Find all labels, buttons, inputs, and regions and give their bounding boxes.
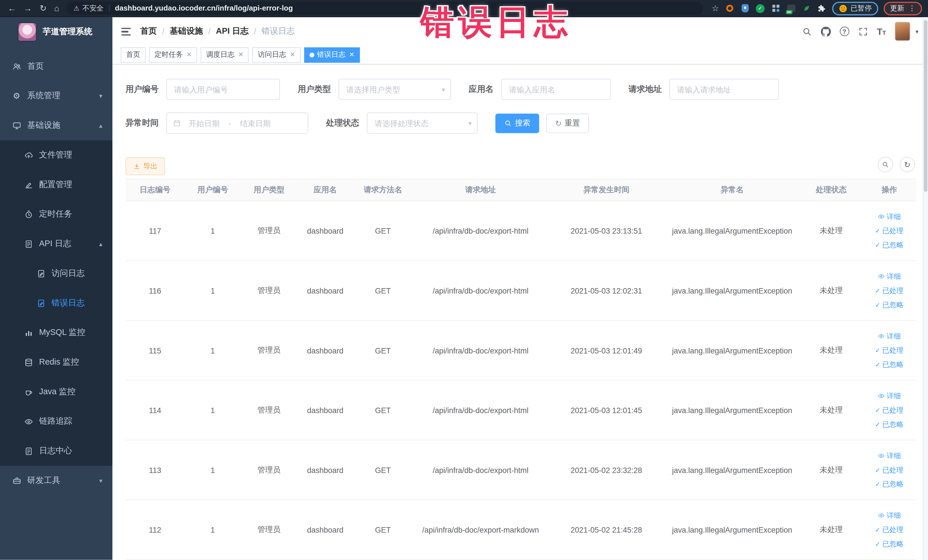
user-id-input[interactable]: [166, 79, 280, 100]
mark-processed-link[interactable]: ✓已处理: [875, 405, 904, 415]
sidebar-item-mysql-monitor[interactable]: MySQL 监控: [0, 318, 112, 348]
github-icon[interactable]: [821, 26, 831, 37]
export-button[interactable]: 导出: [125, 157, 165, 175]
tab-error-log[interactable]: 错误日志✕: [304, 47, 360, 63]
cell-time: 2021-05-02 21:45:28: [549, 525, 664, 534]
sidebar-item-error-log[interactable]: 错误日志: [0, 288, 112, 318]
detail-link[interactable]: 详细: [878, 271, 901, 281]
table-row: 117 1 管理员 dashboard GET /api/infra/db-do…: [125, 201, 916, 261]
extension-adblock-icon[interactable]: [724, 3, 734, 13]
cell-app: dashboard: [297, 406, 353, 415]
mark-ignored-link[interactable]: ✓已忽略: [875, 420, 904, 429]
home-icon[interactable]: ⌂: [54, 4, 60, 12]
cell-user-type: 管理员: [241, 345, 297, 356]
sidebar-item-dev-tools[interactable]: 研发工具 ▾: [0, 466, 112, 496]
search-button[interactable]: 搜索: [495, 113, 539, 133]
tab-home[interactable]: 首页: [121, 47, 145, 63]
extension-switch-icon[interactable]: on: [786, 3, 796, 13]
eye-icon: [878, 213, 885, 220]
reset-button[interactable]: ↻ 重置: [546, 113, 589, 133]
detail-link[interactable]: 详细: [878, 391, 901, 401]
breadcrumb-infrastructure[interactable]: 基础设施: [170, 26, 203, 37]
security-label[interactable]: 不安全: [82, 3, 104, 13]
mark-processed-link[interactable]: ✓已处理: [875, 226, 904, 236]
mark-ignored-link[interactable]: ✓已忽略: [875, 539, 904, 549]
sidebar-item-access-log[interactable]: 访问日志: [0, 259, 112, 288]
cell-app: dashboard: [297, 525, 353, 534]
font-size-icon[interactable]: TT: [877, 27, 886, 36]
forward-icon[interactable]: →: [24, 4, 32, 12]
extension-leaf-icon[interactable]: [801, 3, 811, 13]
mark-ignored-link[interactable]: ✓已忽略: [875, 359, 904, 369]
tab-scheduled-tasks[interactable]: 定时任务✕: [149, 47, 197, 63]
cell-exception: java.lang.IllegalArgumentException: [664, 465, 800, 475]
sidebar-item-home[interactable]: 首页: [0, 51, 112, 81]
sidebar-item-config-management[interactable]: 配置管理: [0, 170, 112, 200]
sidebar-logo-row[interactable]: 芋道管理系统: [0, 17, 112, 47]
fullscreen-icon[interactable]: [858, 26, 868, 37]
sidebar-item-file-management[interactable]: 文件管理: [0, 140, 112, 170]
app-title: 芋道管理系统: [43, 26, 92, 37]
detail-link[interactable]: 详细: [878, 331, 901, 341]
filter-request-url: 请求地址: [629, 79, 779, 100]
page-scrollbar[interactable]: [923, 17, 928, 560]
mark-ignored-link[interactable]: ✓已忽略: [875, 240, 904, 250]
end-date-input[interactable]: [232, 118, 278, 128]
date-range-picker[interactable]: -: [166, 112, 308, 134]
tab-schedule-log[interactable]: 调度日志✕: [201, 47, 249, 63]
breadcrumb-home[interactable]: 首页: [140, 26, 157, 37]
extension-shield-icon[interactable]: [740, 3, 750, 13]
close-icon[interactable]: ✕: [349, 51, 354, 59]
user-type-select[interactable]: [339, 79, 451, 100]
mark-ignored-link[interactable]: ✓已忽略: [875, 479, 904, 489]
mark-processed-link[interactable]: ✓已处理: [875, 345, 904, 356]
url-text[interactable]: dashboard.yudao.iocoder.cn/infra/log/api…: [115, 4, 293, 12]
cell-time: 2021-05-03 12:01:45: [549, 406, 664, 415]
search-icon[interactable]: [801, 26, 812, 37]
user-avatar[interactable]: [895, 22, 910, 41]
mark-ignored-link[interactable]: ✓已忽略: [875, 300, 904, 310]
sidebar-item-api-log[interactable]: API 日志 ▴: [0, 229, 112, 259]
app-name-input[interactable]: [501, 79, 611, 100]
close-icon[interactable]: ✕: [186, 51, 192, 59]
start-date-input[interactable]: [181, 118, 227, 128]
bookmark-star-icon[interactable]: ☆: [712, 3, 719, 13]
mark-processed-link[interactable]: ✓已处理: [875, 525, 904, 535]
browser-update-button[interactable]: 更新 ⋮: [884, 2, 922, 15]
detail-link[interactable]: 详细: [878, 212, 901, 222]
avatar-caret-icon[interactable]: ▾: [916, 28, 918, 35]
detail-link[interactable]: 详细: [878, 451, 901, 461]
navbar-actions: ? TT ▾: [801, 22, 918, 41]
sidebar-item-redis-monitor[interactable]: Redis 监控: [0, 348, 112, 377]
close-icon[interactable]: ✕: [290, 51, 295, 59]
extension-v-icon[interactable]: ✓: [755, 3, 765, 13]
detail-link[interactable]: 详细: [878, 510, 901, 520]
help-icon[interactable]: ?: [839, 27, 849, 36]
browser-menu-icon[interactable]: ⋮: [908, 4, 916, 12]
sidebar-item-scheduled-tasks[interactable]: 定时任务: [0, 200, 112, 229]
toggle-search-button[interactable]: [878, 157, 893, 172]
close-icon[interactable]: ✕: [238, 51, 243, 59]
sidebar-item-java-monitor[interactable]: Java 监控: [0, 377, 112, 407]
sidebar-item-system-management[interactable]: ⚙ 系统管理 ▾: [0, 81, 112, 111]
process-status-select[interactable]: [367, 112, 478, 134]
refresh-table-button[interactable]: ↻: [899, 157, 915, 172]
tab-access-log[interactable]: 访问日志✕: [252, 47, 301, 63]
extension-grid-icon[interactable]: [771, 3, 780, 13]
sidebar-item-infrastructure[interactable]: 基础设施 ▴: [0, 111, 112, 140]
sidebar-item-trace[interactable]: 链路追踪: [0, 406, 112, 436]
mark-processed-link[interactable]: ✓已处理: [875, 285, 904, 296]
extensions-puzzle-icon[interactable]: [817, 3, 827, 13]
sidebar-item-log-center[interactable]: 日志中心: [0, 436, 112, 466]
hamburger-icon[interactable]: [121, 27, 131, 35]
mark-processed-link[interactable]: ✓已处理: [875, 465, 904, 475]
reload-icon[interactable]: ↻: [40, 4, 46, 12]
calendar-icon: [173, 119, 181, 127]
address-bar[interactable]: ⚠ 不安全 dashboard.yudao.iocoder.cn/infra/l…: [66, 2, 704, 15]
request-url-input[interactable]: [669, 79, 779, 100]
breadcrumb-api-log[interactable]: API 日志: [216, 26, 249, 37]
scrollbar-thumb[interactable]: [924, 20, 927, 192]
paused-extension-pill[interactable]: 已暂停: [832, 2, 878, 15]
cell-actions: 详细 ✓已处理 ✓已忽略: [862, 451, 916, 489]
back-icon[interactable]: ←: [8, 4, 16, 12]
